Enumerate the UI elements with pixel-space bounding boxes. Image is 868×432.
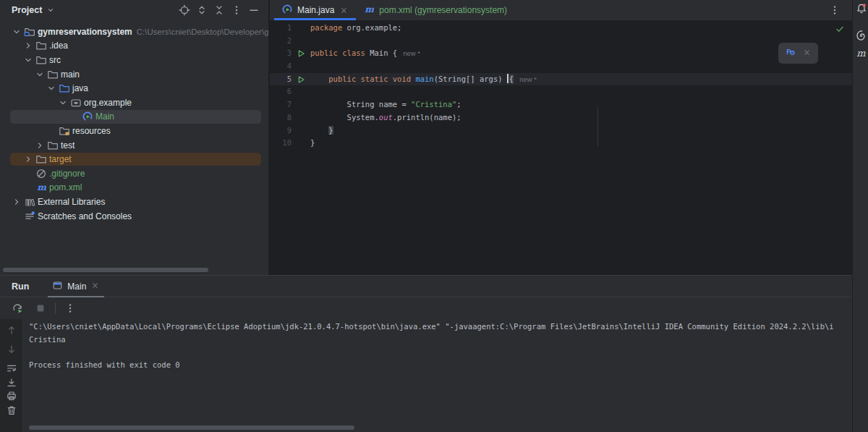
chevron-down-icon[interactable] [33, 68, 46, 81]
right-tool-stripe: m [852, 0, 868, 432]
chevron-down-icon[interactable] [10, 25, 23, 38]
project-horizontal-scrollbar[interactable] [3, 268, 208, 272]
tree-item-scratches-and-consoles[interactable]: Scratches and Consoles [0, 209, 268, 224]
tree-item-label: pom.xml [49, 182, 82, 192]
tree-item-label: src [49, 55, 61, 65]
line-number: 5 [270, 73, 292, 86]
chevron-right-icon[interactable] [33, 139, 46, 152]
tree-item-src[interactable]: src [0, 53, 268, 67]
scratches-icon [23, 210, 36, 223]
notifications-icon[interactable] [855, 2, 867, 14]
code-line-10: 10} [270, 137, 852, 150]
editor-tab-bar: Main.javampom.xml (gymreservationsystem) [270, 0, 852, 20]
chevron-right-icon[interactable] [10, 195, 23, 208]
print-icon[interactable] [6, 390, 17, 402]
tree-item-gymreservationsystem[interactable]: gymreservationsystemC:\Users\cniet\Deskt… [0, 25, 268, 39]
inlay-hint[interactable]: new * [403, 47, 420, 60]
tree-item-test[interactable]: test [0, 138, 268, 153]
line-number: 4 [270, 60, 292, 73]
inlay-hint[interactable]: new * [519, 73, 537, 86]
code-line-7: 7 String name = "Cristina"; [270, 98, 852, 111]
line-number: 1 [270, 22, 292, 35]
code-line-1: 1package org.example; [270, 22, 852, 35]
editor-tab-options-icon[interactable] [826, 2, 843, 18]
tree-item-label: resources [72, 126, 111, 136]
code-line-4: 4 [270, 60, 852, 73]
editor-tab-pom-xml-gymreservationsystem-[interactable]: mpom.xml (gymreservationsystem) [356, 0, 514, 20]
editor-tab-main-java[interactable]: Main.java [274, 0, 356, 20]
tree-item-label: org.example [84, 98, 132, 108]
chevron-down-icon[interactable] [45, 82, 58, 95]
tree-item-label: Main [95, 111, 114, 122]
ignored-icon [35, 167, 48, 180]
tree-item-external-libraries[interactable]: External Libraries [0, 195, 268, 209]
tree-item-resources[interactable]: resources [0, 124, 268, 138]
folder-icon [35, 54, 48, 67]
project-panel-title: Project [12, 5, 42, 15]
next-occurrence-icon[interactable] [6, 344, 17, 355]
chevron-placeholder [22, 181, 35, 194]
run-options-icon[interactable] [61, 300, 79, 316]
chevron-placeholder [68, 110, 81, 123]
project-options-icon[interactable] [228, 2, 245, 18]
code-line-9: 9 } [270, 124, 852, 137]
tree-item-path: C:\Users\cniet\Desktop\Developer\gym [137, 27, 268, 36]
tab-close-icon[interactable] [339, 5, 349, 15]
chevron-right-icon[interactable] [22, 39, 35, 52]
ai-assistant-icon[interactable] [855, 29, 867, 41]
run-tab-main[interactable]: Main [48, 276, 104, 297]
text-caret [507, 74, 509, 83]
rerun-icon[interactable] [9, 300, 26, 316]
clear-console-icon[interactable] [6, 405, 17, 416]
package-icon [69, 96, 82, 109]
tree-item-main[interactable]: Main [0, 110, 268, 124]
stop-icon[interactable] [32, 300, 49, 316]
run-line-icon[interactable] [294, 75, 307, 85]
tree-item-label: java [72, 83, 88, 93]
tree-item-label: .idea [49, 41, 68, 51]
project-view-dropdown-icon[interactable] [42, 2, 59, 18]
app-window-icon [52, 280, 63, 293]
tree-item-label: External Libraries [38, 197, 105, 207]
console-output[interactable]: "C:\Users\cniet\AppData\Local\Programs\E… [29, 321, 851, 415]
editor-area[interactable]: Main.javampom.xml (gymreservationsystem)… [270, 0, 852, 275]
select-opened-file-icon[interactable] [176, 2, 193, 18]
tree-item-label: main [61, 69, 80, 80]
tree-item-label: .gitignore [49, 169, 85, 179]
run-panel-header: Run Main [0, 276, 852, 297]
collapse-all-icon[interactable] [210, 2, 228, 18]
tree-item--idea[interactable]: .idea [0, 39, 268, 54]
prev-occurrence-icon[interactable] [6, 324, 17, 336]
tree-item-target[interactable]: target [0, 152, 268, 166]
console-horizontal-scrollbar[interactable] [29, 425, 354, 430]
tree-item-org-example[interactable]: org.example [0, 96, 268, 110]
maven-icon: m [363, 4, 375, 17]
console-gutter-toolbar [0, 319, 23, 432]
toolbar-separator [55, 302, 56, 314]
class-run-icon [81, 110, 94, 123]
tree-item-java[interactable]: java [0, 81, 268, 96]
run-tab-close-icon[interactable] [90, 281, 100, 292]
run-line-icon[interactable] [294, 48, 307, 59]
hide-tool-window-icon[interactable] [245, 2, 263, 18]
expand-all-icon[interactable] [193, 2, 210, 18]
folder-icon [35, 39, 48, 52]
console-line-3 [29, 346, 851, 359]
chevron-down-icon[interactable] [56, 96, 69, 109]
tree-item-main[interactable]: main [0, 67, 268, 82]
chevron-right-icon[interactable] [22, 153, 35, 166]
floating-close-icon[interactable] [802, 47, 812, 60]
line-number: 9 [270, 124, 292, 137]
chevron-down-icon[interactable] [22, 54, 35, 67]
tree-item-label: Scratches and Consoles [38, 211, 132, 221]
code-text: System.out.println(name); [310, 111, 461, 124]
scroll-to-end-icon[interactable] [6, 377, 17, 389]
line-number: 10 [270, 137, 292, 150]
maven-tool-icon[interactable]: m [855, 47, 867, 59]
soft-wrap-icon[interactable] [6, 363, 17, 374]
tree-item--gitignore[interactable]: .gitignore [0, 166, 268, 181]
folder-resources-icon [58, 124, 71, 137]
tree-item-pom-xml[interactable]: mpom.xml [0, 181, 268, 195]
inline-prompt-icon[interactable] [785, 46, 796, 60]
code-line-8: 8 System.out.println(name); [270, 111, 852, 124]
